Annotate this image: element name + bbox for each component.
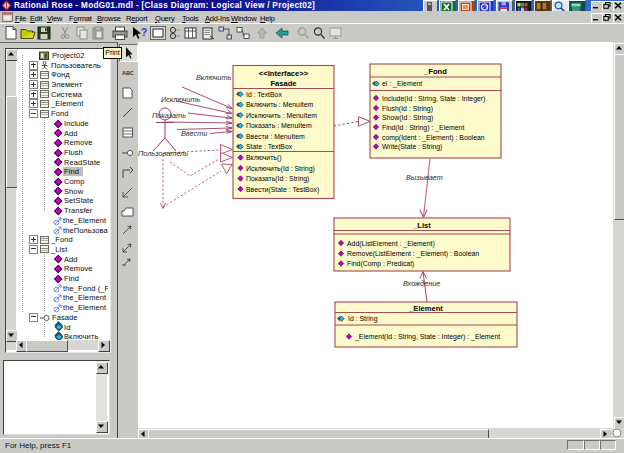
svg-text:State : TextBox: State : TextBox <box>246 143 293 150</box>
svg-text:Id : String: Id : String <box>348 315 378 323</box>
svg-text:Id : TextBox: Id : TextBox <box>246 91 282 98</box>
svg-text:Include(Id : String, State : I: Include(Id : String, State : Integer) <box>382 95 485 103</box>
svg-text:Вхождение: Вхождение <box>403 279 440 288</box>
svg-text:Пользователь: Пользователь <box>138 149 188 158</box>
svg-text:Ввести : MenuItem: Ввести : MenuItem <box>246 133 305 140</box>
svg-text:Fasade: Fasade <box>270 79 296 88</box>
svg-text:Исключить: Исключить <box>161 95 201 104</box>
svg-text:Включить(): Включить() <box>246 154 282 162</box>
svg-text:Включить: Включить <box>196 73 231 82</box>
svg-text:_Fond: _Fond <box>423 67 447 76</box>
svg-text:Ввести: Ввести <box>181 129 207 138</box>
svg-text:Включить : MenuItem: Включить : MenuItem <box>246 101 314 108</box>
svg-text:_Element(Id : String, State :: _Element(Id : String, State : Integer) :… <box>354 333 500 341</box>
svg-text:Ввести(State : TestBox): Ввести(State : TestBox) <box>246 186 319 194</box>
svg-text:Add(ListElement : _Element): Add(ListElement : _Element) <box>347 240 435 248</box>
svg-text:Write(State : String): Write(State : String) <box>382 143 442 151</box>
svg-text:Remove(ListElement : _Element): Remove(ListElement : _Element) : Boolean <box>347 250 479 258</box>
svg-text:Flush(Id : String): Flush(Id : String) <box>382 105 433 113</box>
svg-text:Исключить(Id : String): Исключить(Id : String) <box>246 165 315 173</box>
svg-text:?: ? <box>141 27 147 38</box>
svg-text:Find(Id : String) : _Element: Find(Id : String) : _Element <box>382 124 464 132</box>
svg-text:Show(Id : String): Show(Id : String) <box>382 114 433 122</box>
svg-text:el : _Element: el : _Element <box>382 80 422 88</box>
svg-text:ABC: ABC <box>122 70 134 76</box>
svg-text:Исключить : MenuItem: Исключить : MenuItem <box>246 112 317 119</box>
svg-text:<<Interface>>: <<Interface>> <box>259 69 309 78</box>
svg-text:comp(Ident : _Element) : Boole: comp(Ident : _Element) : Boolean <box>382 134 485 142</box>
svg-text:Вызывает: Вызывает <box>406 173 443 182</box>
svg-text:Показать(Id : String): Показать(Id : String) <box>246 175 309 183</box>
svg-text:Find(Comp : Predicat): Find(Comp : Predicat) <box>347 260 414 268</box>
svg-text:_List: _List <box>412 221 431 230</box>
svg-text:_Element: _Element <box>408 304 443 313</box>
svg-text:Показать: Показать <box>152 111 186 120</box>
svg-text:Показать : MenuItem: Показать : MenuItem <box>246 122 312 129</box>
